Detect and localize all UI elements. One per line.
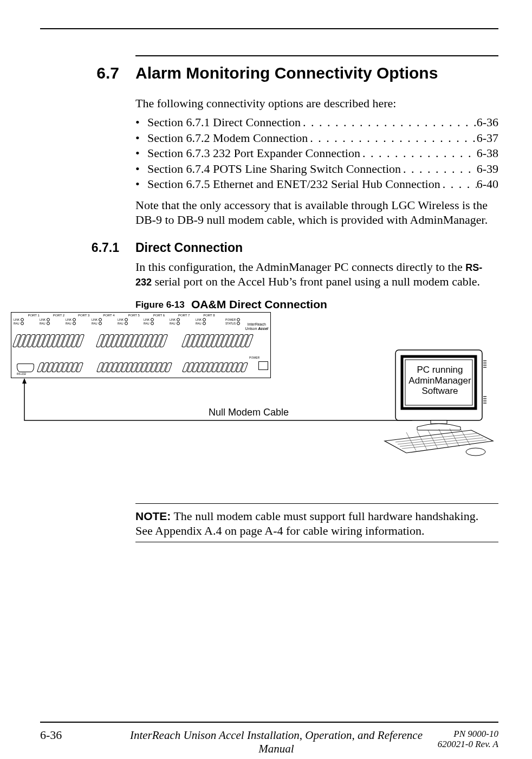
toc-row: • Section 6.7.4 POTS Line Sharing Switch… bbox=[135, 161, 498, 177]
toc-row: • Section 6.7.2 Modem Connection . . . .… bbox=[135, 131, 498, 146]
toc-text: Section 6.7.2 Modem Connection bbox=[147, 131, 308, 146]
footer-pn-line2: 620021-0 Rev. A bbox=[438, 739, 498, 750]
toc-leader: . . . . . . . . . . . . . . . . . . . . … bbox=[308, 131, 476, 146]
figure-title: OA&M Direct Connection bbox=[191, 298, 327, 311]
intro-text: The following connectivity options are d… bbox=[135, 96, 498, 111]
toc-text: Section 6.7.4 POTS Line Sharing Switch C… bbox=[147, 161, 401, 177]
cable-label: Null Modem Cable bbox=[209, 407, 289, 418]
toc-page: 6-39 bbox=[477, 161, 498, 177]
pc-screen-text: PC running AdminManager Software bbox=[407, 365, 472, 397]
section-number: 6.7 bbox=[65, 64, 119, 82]
bullet-icon: • bbox=[135, 146, 147, 161]
footer-pn: PN 9000-10 620021-0 Rev. A bbox=[438, 729, 498, 749]
note-bottom-rule bbox=[135, 542, 498, 542]
toc-page: 6-36 bbox=[477, 115, 498, 131]
toc-page: 6-40 bbox=[477, 177, 498, 192]
bullet-icon: • bbox=[135, 115, 147, 131]
toc-text: Section 6.7.1 Direct Connection bbox=[147, 115, 301, 131]
body-pre: In this configuration, the AdminManager … bbox=[135, 260, 465, 274]
toc-row: • Section 6.7.5 Ethernet and ENET/232 Se… bbox=[135, 177, 498, 192]
figure-label: Figure 6-13 bbox=[135, 300, 185, 310]
toc-page: 6-38 bbox=[477, 146, 498, 161]
note-block: NOTE: The null modem cable must support … bbox=[135, 509, 498, 539]
bullet-icon: • bbox=[135, 131, 147, 146]
svg-point-24 bbox=[466, 448, 485, 456]
accessory-note: Note that the only accessory that is ava… bbox=[135, 198, 498, 228]
svg-rect-13 bbox=[431, 420, 447, 424]
section-title: Alarm Monitoring Connectivity Options bbox=[135, 64, 438, 82]
toc: • Section 6.7.1 Direct Connection . . . … bbox=[135, 115, 498, 192]
bullet-icon: • bbox=[135, 177, 147, 192]
page: 6.7 Alarm Monitoring Connectivity Option… bbox=[0, 0, 532, 759]
toc-leader: . . . . . . . . . . . . . . . . . . . . … bbox=[360, 146, 477, 161]
note-label: NOTE: bbox=[135, 510, 171, 522]
footer-manual-title: InterReach Unison Accel Installation, Op… bbox=[125, 729, 428, 756]
svg-marker-0 bbox=[22, 378, 27, 384]
footer-page-number: 6-36 bbox=[40, 728, 62, 742]
figure-diagram: PORT 1 PORT 2 PORT 3 PORT 4 PORT 5 PORT … bbox=[11, 312, 498, 480]
subsection-body: In this configuration, the AdminManager … bbox=[135, 260, 498, 289]
footer-pn-line1: PN 9000-10 bbox=[438, 729, 498, 739]
note-body: The null modem cable must support full h… bbox=[135, 509, 478, 537]
toc-leader: . . . . . . . . . . . . . . . . . . . . … bbox=[301, 115, 477, 131]
toc-page: 6-37 bbox=[477, 131, 498, 146]
toc-text: Section 6.7.3 232 Port Expander Connecti… bbox=[147, 146, 360, 161]
toc-leader: . . . . . . . . . . . . . . . . . . . . … bbox=[401, 161, 477, 177]
subsection-number: 6.7.1 bbox=[65, 241, 119, 255]
toc-leader: . . . . . . . . . . . . . . . . . . . . … bbox=[440, 177, 477, 192]
pc-icon bbox=[379, 345, 498, 458]
subsection-title: Direct Connection bbox=[135, 241, 243, 255]
toc-row: • Section 6.7.1 Direct Connection . . . … bbox=[135, 115, 498, 131]
bullet-icon: • bbox=[135, 161, 147, 177]
toc-row: • Section 6.7.3 232 Port Expander Connec… bbox=[135, 146, 498, 161]
body-post: serial port on the Accel Hub’s front pan… bbox=[152, 275, 480, 288]
toc-text: Section 6.7.5 Ethernet and ENET/232 Seri… bbox=[147, 177, 440, 192]
section-rule bbox=[135, 55, 498, 56]
note-top-rule bbox=[135, 503, 498, 504]
top-rule bbox=[40, 28, 498, 29]
bottom-rule bbox=[40, 722, 498, 723]
